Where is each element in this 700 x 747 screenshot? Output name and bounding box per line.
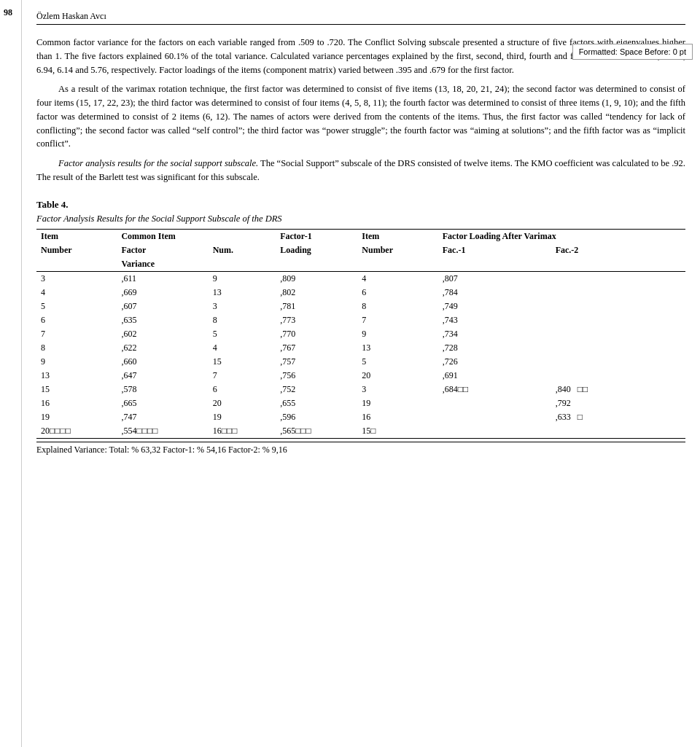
- table-row: 15 ,578 6 ,752 3 ,684□□ ,840 □□: [36, 383, 685, 396]
- item-number2: 20: [357, 369, 438, 383]
- fac2-val: [551, 327, 685, 341]
- factor1-loading: ,770: [276, 327, 357, 341]
- table-header-row-2: Number Factor Num. Loading Number Fac.-1…: [36, 243, 685, 257]
- col-number-label: Number: [36, 243, 117, 257]
- common-factor: ,635: [117, 313, 208, 327]
- table-header-row-3: Variance: [36, 257, 685, 272]
- table-caption: Factor Analysis Results for the Social S…: [36, 214, 685, 224]
- col-common-item-header: Common Item: [117, 229, 276, 243]
- item-num2: 9: [209, 271, 276, 286]
- item-num2: 3: [209, 300, 276, 313]
- fac1-val: ,691: [438, 369, 551, 383]
- table-row: 19 ,747 19 ,596 16 ,633 □: [36, 410, 685, 424]
- col-variance-spacer2: [276, 257, 357, 272]
- table-row: 13 ,647 7 ,756 20 ,691: [36, 369, 685, 383]
- fac2-val: [551, 313, 685, 327]
- common-factor: ,602: [117, 327, 208, 341]
- col-variance-spacer: [36, 257, 117, 272]
- table-header-row-1: Item Common Item Factor-1 Item Factor Lo…: [36, 229, 685, 243]
- item-num2: 6: [209, 383, 276, 396]
- body-paragraph-2: As a result of the varimax rotation tech…: [36, 82, 685, 151]
- item-number2: 8: [357, 300, 438, 313]
- table-row: 9 ,660 15 ,757 5 ,726: [36, 355, 685, 369]
- col-factor-loading-varimax-header: Factor Loading After Varimax: [438, 229, 685, 243]
- item-num2: 4: [209, 341, 276, 355]
- left-margin: 98: [0, 0, 22, 747]
- item-num: 15: [36, 383, 117, 396]
- factor1-loading: ,757: [276, 355, 357, 369]
- col-variance-spacer5: [551, 257, 685, 272]
- item-num: 19: [36, 410, 117, 424]
- col-num-label: Num.: [209, 243, 276, 257]
- fac1-val: ,734: [438, 327, 551, 341]
- item-number2: 3: [357, 383, 438, 396]
- fac1-val: [438, 396, 551, 410]
- col-number2-label: Number: [357, 243, 438, 257]
- item-number2: 13: [357, 341, 438, 355]
- explained-variance: Explained Variance: Total: % 63,32 Facto…: [36, 442, 685, 455]
- item-num2: 19: [209, 410, 276, 424]
- table-row: 7 ,602 5 ,770 9 ,734: [36, 327, 685, 341]
- col-factor-label: Factor: [117, 243, 208, 257]
- factor1-loading: ,752: [276, 383, 357, 396]
- item-num: 20□□□□: [36, 424, 117, 439]
- factor1-loading: ,773: [276, 313, 357, 327]
- common-factor: ,669: [117, 286, 208, 300]
- item-num: 5: [36, 300, 117, 313]
- fac2-val: ,633 □: [551, 410, 685, 424]
- common-factor: ,611: [117, 271, 208, 286]
- item-num: 7: [36, 327, 117, 341]
- col-item-header: Item: [36, 229, 117, 243]
- fac1-val: ,728: [438, 341, 551, 355]
- item-number2: 19: [357, 396, 438, 410]
- item-num2: 7: [209, 369, 276, 383]
- fac2-val: [551, 271, 685, 286]
- fac2-val: [551, 341, 685, 355]
- item-num: 16: [36, 396, 117, 410]
- fac1-val: ,784: [438, 286, 551, 300]
- col-loading-label: Loading: [276, 243, 357, 257]
- table-row: 6 ,635 8 ,773 7 ,743: [36, 313, 685, 327]
- factor1-loading: ,655: [276, 396, 357, 410]
- item-num: 3: [36, 271, 117, 286]
- item-num: 4: [36, 286, 117, 300]
- fac2-val: [551, 424, 685, 439]
- col-variance-label: Variance: [117, 257, 276, 272]
- fac1-val: ,743: [438, 313, 551, 327]
- fac1-val: ,684□□: [438, 383, 551, 396]
- item-num2: 15: [209, 355, 276, 369]
- common-factor: ,607: [117, 300, 208, 313]
- col-variance-spacer3: [357, 257, 438, 272]
- table-row: 8 ,622 4 ,767 13 ,728: [36, 341, 685, 355]
- common-factor: ,622: [117, 341, 208, 355]
- table-row-last: 20□□□□ ,554□□□□ 16□□□ ,565□□□ 15□: [36, 424, 685, 439]
- item-num2: 16□□□: [209, 424, 276, 439]
- item-num2: 8: [209, 313, 276, 327]
- item-num: 13: [36, 369, 117, 383]
- common-factor: ,660: [117, 355, 208, 369]
- body-paragraph-3: Factor analysis results for the social s…: [36, 157, 685, 184]
- fac1-val: ,749: [438, 300, 551, 313]
- fac1-val: ,807: [438, 271, 551, 286]
- table-row: 3 ,611 9 ,809 4 ,807: [36, 271, 685, 286]
- factor1-loading: ,596: [276, 410, 357, 424]
- col-variance-spacer4: [438, 257, 551, 272]
- author-name: Özlem Haskan Avcı: [36, 11, 106, 21]
- factor1-loading: ,781: [276, 300, 357, 313]
- item-number2: 6: [357, 286, 438, 300]
- fac2-val: [551, 286, 685, 300]
- table-section: Table 4. Factor Analysis Results for the…: [36, 199, 685, 455]
- formatted-value: Space Before: 0 pt: [620, 47, 686, 56]
- factor1-loading: ,802: [276, 286, 357, 300]
- table-row: 5 ,607 3 ,781 8 ,749: [36, 300, 685, 313]
- col-item-number2-header: Item: [357, 229, 438, 243]
- author-header: Özlem Haskan Avcı: [36, 11, 685, 25]
- fac2-val: ,792: [551, 396, 685, 410]
- item-num: 6: [36, 313, 117, 327]
- col-fac2-label: Fac.-2: [551, 243, 685, 257]
- item-num2: 13: [209, 286, 276, 300]
- formatted-box: Formatted: Space Before: 0 pt: [572, 44, 693, 60]
- page-number: 98: [4, 7, 12, 18]
- item-num2: 5: [209, 327, 276, 341]
- table-row: 16 ,665 20 ,655 19 ,792: [36, 396, 685, 410]
